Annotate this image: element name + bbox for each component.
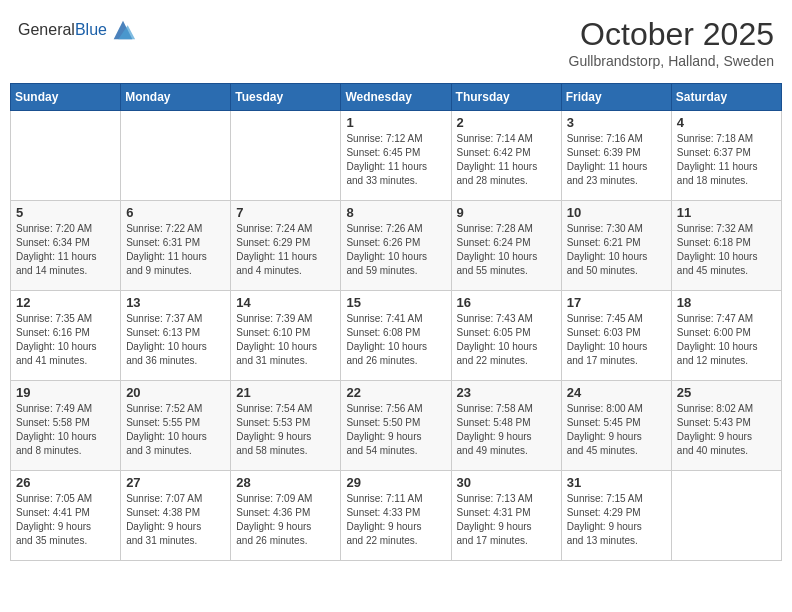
day-number: 26 <box>16 475 115 490</box>
calendar-cell: 4Sunrise: 7:18 AM Sunset: 6:37 PM Daylig… <box>671 111 781 201</box>
day-info: Sunrise: 7:20 AM Sunset: 6:34 PM Dayligh… <box>16 222 115 278</box>
calendar-cell: 1Sunrise: 7:12 AM Sunset: 6:45 PM Daylig… <box>341 111 451 201</box>
day-info: Sunrise: 7:45 AM Sunset: 6:03 PM Dayligh… <box>567 312 666 368</box>
calendar-cell <box>231 111 341 201</box>
calendar-cell: 12Sunrise: 7:35 AM Sunset: 6:16 PM Dayli… <box>11 291 121 381</box>
calendar-cell <box>11 111 121 201</box>
calendar-cell: 14Sunrise: 7:39 AM Sunset: 6:10 PM Dayli… <box>231 291 341 381</box>
day-info: Sunrise: 7:47 AM Sunset: 6:00 PM Dayligh… <box>677 312 776 368</box>
calendar-cell: 11Sunrise: 7:32 AM Sunset: 6:18 PM Dayli… <box>671 201 781 291</box>
calendar-cell: 17Sunrise: 7:45 AM Sunset: 6:03 PM Dayli… <box>561 291 671 381</box>
calendar-header-row: SundayMondayTuesdayWednesdayThursdayFrid… <box>11 84 782 111</box>
calendar-cell: 24Sunrise: 8:00 AM Sunset: 5:45 PM Dayli… <box>561 381 671 471</box>
calendar-cell: 20Sunrise: 7:52 AM Sunset: 5:55 PM Dayli… <box>121 381 231 471</box>
calendar-table: SundayMondayTuesdayWednesdayThursdayFrid… <box>10 83 782 561</box>
calendar-cell: 31Sunrise: 7:15 AM Sunset: 4:29 PM Dayli… <box>561 471 671 561</box>
day-number: 27 <box>126 475 225 490</box>
calendar-cell: 15Sunrise: 7:41 AM Sunset: 6:08 PM Dayli… <box>341 291 451 381</box>
day-info: Sunrise: 7:13 AM Sunset: 4:31 PM Dayligh… <box>457 492 556 548</box>
day-number: 18 <box>677 295 776 310</box>
calendar-cell: 8Sunrise: 7:26 AM Sunset: 6:26 PM Daylig… <box>341 201 451 291</box>
day-number: 25 <box>677 385 776 400</box>
day-number: 9 <box>457 205 556 220</box>
day-info: Sunrise: 7:30 AM Sunset: 6:21 PM Dayligh… <box>567 222 666 278</box>
day-info: Sunrise: 8:00 AM Sunset: 5:45 PM Dayligh… <box>567 402 666 458</box>
calendar-cell: 22Sunrise: 7:56 AM Sunset: 5:50 PM Dayli… <box>341 381 451 471</box>
day-info: Sunrise: 7:18 AM Sunset: 6:37 PM Dayligh… <box>677 132 776 188</box>
day-info: Sunrise: 7:54 AM Sunset: 5:53 PM Dayligh… <box>236 402 335 458</box>
day-info: Sunrise: 7:15 AM Sunset: 4:29 PM Dayligh… <box>567 492 666 548</box>
day-info: Sunrise: 7:32 AM Sunset: 6:18 PM Dayligh… <box>677 222 776 278</box>
calendar-cell: 21Sunrise: 7:54 AM Sunset: 5:53 PM Dayli… <box>231 381 341 471</box>
day-info: Sunrise: 7:22 AM Sunset: 6:31 PM Dayligh… <box>126 222 225 278</box>
calendar-cell: 16Sunrise: 7:43 AM Sunset: 6:05 PM Dayli… <box>451 291 561 381</box>
calendar-cell <box>671 471 781 561</box>
calendar-cell: 13Sunrise: 7:37 AM Sunset: 6:13 PM Dayli… <box>121 291 231 381</box>
day-number: 7 <box>236 205 335 220</box>
calendar-cell: 28Sunrise: 7:09 AM Sunset: 4:36 PM Dayli… <box>231 471 341 561</box>
day-number: 17 <box>567 295 666 310</box>
calendar-cell: 30Sunrise: 7:13 AM Sunset: 4:31 PM Dayli… <box>451 471 561 561</box>
calendar-cell: 26Sunrise: 7:05 AM Sunset: 4:41 PM Dayli… <box>11 471 121 561</box>
calendar-day-header: Sunday <box>11 84 121 111</box>
day-info: Sunrise: 7:16 AM Sunset: 6:39 PM Dayligh… <box>567 132 666 188</box>
calendar-day-header: Monday <box>121 84 231 111</box>
calendar-cell: 18Sunrise: 7:47 AM Sunset: 6:00 PM Dayli… <box>671 291 781 381</box>
day-info: Sunrise: 7:41 AM Sunset: 6:08 PM Dayligh… <box>346 312 445 368</box>
day-number: 8 <box>346 205 445 220</box>
day-number: 22 <box>346 385 445 400</box>
day-number: 24 <box>567 385 666 400</box>
day-info: Sunrise: 7:43 AM Sunset: 6:05 PM Dayligh… <box>457 312 556 368</box>
day-number: 29 <box>346 475 445 490</box>
day-number: 21 <box>236 385 335 400</box>
day-info: Sunrise: 7:24 AM Sunset: 6:29 PM Dayligh… <box>236 222 335 278</box>
day-number: 1 <box>346 115 445 130</box>
logo-icon <box>109 16 137 44</box>
day-number: 11 <box>677 205 776 220</box>
calendar-cell <box>121 111 231 201</box>
calendar-cell: 23Sunrise: 7:58 AM Sunset: 5:48 PM Dayli… <box>451 381 561 471</box>
location-subtitle: Gullbrandstorp, Halland, Sweden <box>569 53 774 69</box>
calendar-week-row: 5Sunrise: 7:20 AM Sunset: 6:34 PM Daylig… <box>11 201 782 291</box>
day-info: Sunrise: 7:28 AM Sunset: 6:24 PM Dayligh… <box>457 222 556 278</box>
day-info: Sunrise: 7:58 AM Sunset: 5:48 PM Dayligh… <box>457 402 556 458</box>
calendar-cell: 10Sunrise: 7:30 AM Sunset: 6:21 PM Dayli… <box>561 201 671 291</box>
day-number: 14 <box>236 295 335 310</box>
day-number: 6 <box>126 205 225 220</box>
day-number: 13 <box>126 295 225 310</box>
calendar-cell: 2Sunrise: 7:14 AM Sunset: 6:42 PM Daylig… <box>451 111 561 201</box>
day-info: Sunrise: 7:09 AM Sunset: 4:36 PM Dayligh… <box>236 492 335 548</box>
day-number: 12 <box>16 295 115 310</box>
day-info: Sunrise: 7:12 AM Sunset: 6:45 PM Dayligh… <box>346 132 445 188</box>
day-number: 3 <box>567 115 666 130</box>
day-number: 5 <box>16 205 115 220</box>
day-number: 31 <box>567 475 666 490</box>
calendar-cell: 27Sunrise: 7:07 AM Sunset: 4:38 PM Dayli… <box>121 471 231 561</box>
day-info: Sunrise: 7:26 AM Sunset: 6:26 PM Dayligh… <box>346 222 445 278</box>
day-info: Sunrise: 7:14 AM Sunset: 6:42 PM Dayligh… <box>457 132 556 188</box>
month-year-title: October 2025 <box>569 16 774 53</box>
calendar-week-row: 12Sunrise: 7:35 AM Sunset: 6:16 PM Dayli… <box>11 291 782 381</box>
day-info: Sunrise: 7:56 AM Sunset: 5:50 PM Dayligh… <box>346 402 445 458</box>
day-info: Sunrise: 7:07 AM Sunset: 4:38 PM Dayligh… <box>126 492 225 548</box>
day-info: Sunrise: 8:02 AM Sunset: 5:43 PM Dayligh… <box>677 402 776 458</box>
day-number: 20 <box>126 385 225 400</box>
calendar-day-header: Thursday <box>451 84 561 111</box>
calendar-cell: 7Sunrise: 7:24 AM Sunset: 6:29 PM Daylig… <box>231 201 341 291</box>
calendar-day-header: Friday <box>561 84 671 111</box>
day-info: Sunrise: 7:49 AM Sunset: 5:58 PM Dayligh… <box>16 402 115 458</box>
day-number: 19 <box>16 385 115 400</box>
calendar-cell: 9Sunrise: 7:28 AM Sunset: 6:24 PM Daylig… <box>451 201 561 291</box>
day-info: Sunrise: 7:39 AM Sunset: 6:10 PM Dayligh… <box>236 312 335 368</box>
day-info: Sunrise: 7:05 AM Sunset: 4:41 PM Dayligh… <box>16 492 115 548</box>
day-number: 23 <box>457 385 556 400</box>
title-block: October 2025 Gullbrandstorp, Halland, Sw… <box>569 16 774 69</box>
day-info: Sunrise: 7:35 AM Sunset: 6:16 PM Dayligh… <box>16 312 115 368</box>
day-number: 10 <box>567 205 666 220</box>
calendar-day-header: Saturday <box>671 84 781 111</box>
calendar-week-row: 26Sunrise: 7:05 AM Sunset: 4:41 PM Dayli… <box>11 471 782 561</box>
calendar-cell: 25Sunrise: 8:02 AM Sunset: 5:43 PM Dayli… <box>671 381 781 471</box>
calendar-cell: 3Sunrise: 7:16 AM Sunset: 6:39 PM Daylig… <box>561 111 671 201</box>
logo-general-text: General <box>18 21 75 38</box>
day-number: 16 <box>457 295 556 310</box>
